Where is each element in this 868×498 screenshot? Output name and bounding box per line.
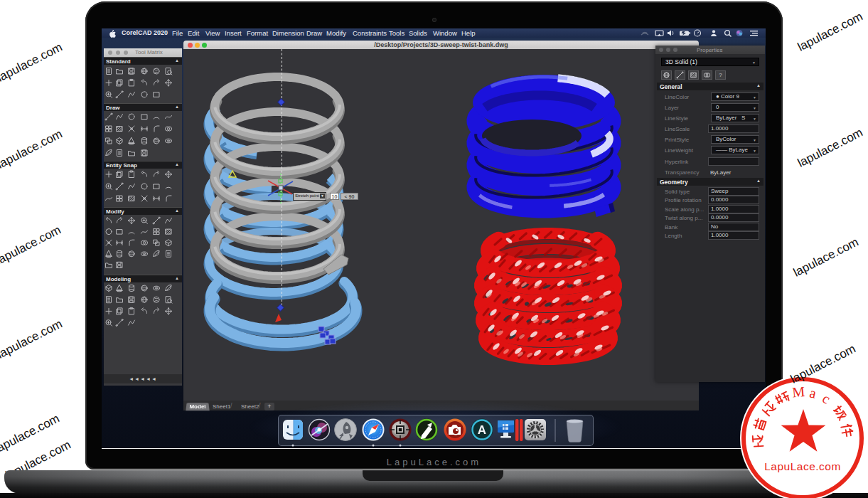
svg-text:LapuLace.com: LapuLace.com [764,460,841,472]
svg-text:A: A [478,423,486,437]
svg-text:M: M [791,383,805,400]
